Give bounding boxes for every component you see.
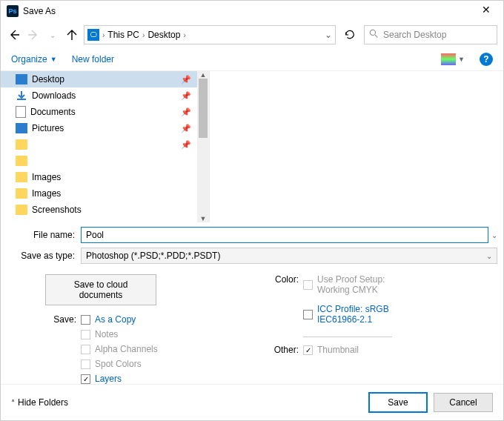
new-folder-button[interactable]: New folder (72, 54, 114, 64)
content-pane[interactable] (209, 71, 503, 222)
save-type-value: Photoshop (*.PSD;*.PDD;*.PSDT) (86, 251, 220, 261)
checkbox-icon (81, 330, 90, 339)
chk-icc[interactable]: ICC Profile: sRGB IEC61966-2.1 (303, 304, 389, 325)
tree-item-label: Pictures (32, 123, 64, 133)
recent-icon[interactable]: ⌄ (45, 27, 60, 42)
footer: ˄ Hide Folders Save Cancel (1, 384, 503, 420)
tree-item-downloads[interactable]: Downloads 📌 (1, 87, 197, 104)
search-input[interactable]: Search Desktop (364, 25, 497, 44)
breadcrumb-leaf[interactable]: Desktop (147, 30, 180, 40)
tree-item-images[interactable]: Images (1, 169, 197, 185)
save-options: Save to cloud documents Save: As a Copy … (1, 268, 503, 384)
search-icon (369, 29, 379, 41)
tree-item[interactable]: 📌 (1, 136, 197, 153)
up-icon[interactable] (64, 27, 79, 42)
tree-item[interactable] (1, 153, 197, 169)
organize-button[interactable]: Organize ▼ (11, 54, 57, 64)
tree-item-label: Downloads (32, 90, 76, 101)
view-button[interactable]: ▼ (441, 53, 465, 65)
tree-item-images[interactable]: Images (1, 185, 197, 202)
tree-item-label: Images (32, 172, 61, 182)
folder-icon (16, 172, 27, 182)
scroll-down-icon[interactable]: ▼ (197, 215, 209, 222)
app-icon: Ps (7, 5, 19, 17)
chevron-right-icon: › (142, 31, 145, 39)
checkbox-icon (81, 315, 90, 325)
save-as-dialog: Ps Save As ✕ ⌄ 🖵 › This PC › Desktop › ⌄ (0, 0, 504, 421)
chevron-down-icon: ▼ (458, 56, 465, 63)
chevron-right-icon: › (183, 31, 185, 39)
tree-item-label: Documents (30, 107, 76, 117)
search-placeholder: Search Desktop (383, 30, 446, 40)
tree-item-screenshots[interactable]: Screenshots (1, 202, 197, 218)
folder-icon (16, 205, 27, 215)
refresh-icon[interactable] (340, 25, 359, 44)
titlebar: Ps Save As ✕ (1, 1, 503, 21)
folder-icon (16, 188, 27, 199)
checkbox-icon (303, 280, 313, 290)
help-icon[interactable]: ? (480, 53, 493, 66)
picture-icon (16, 123, 27, 133)
tree-item-label: Desktop (32, 74, 64, 84)
breadcrumb-root[interactable]: This PC (107, 30, 139, 40)
tree-item-desktop[interactable]: Desktop 📌 (1, 71, 197, 87)
hide-folders-button[interactable]: ˄ Hide Folders (11, 397, 68, 408)
tree-item-pictures[interactable]: Pictures 📌 (1, 120, 197, 136)
main: Desktop 📌 Downloads 📌 Documents 📌 Pictur… (1, 71, 503, 222)
pc-icon: 🖵 (87, 29, 99, 41)
form: File name: ⌄ Save as type: Photoshop (*.… (1, 222, 503, 268)
desktop-icon (16, 74, 27, 84)
folder-icon (16, 139, 27, 150)
breadcrumb[interactable]: 🖵 › This PC › Desktop › ⌄ (84, 25, 336, 44)
navbar: ⌄ 🖵 › This PC › Desktop › ⌄ Search Deskt… (1, 21, 503, 48)
folder-tree[interactable]: Desktop 📌 Downloads 📌 Documents 📌 Pictur… (1, 71, 197, 222)
cancel-button[interactable]: Cancel (434, 393, 493, 412)
back-icon[interactable] (7, 27, 21, 42)
forward-icon (26, 27, 41, 42)
chk-layers[interactable]: ✓ Layers (81, 374, 158, 384)
folder-icon (16, 156, 27, 166)
save-cloud-button[interactable]: Save to cloud documents (45, 274, 156, 305)
checkbox-icon: ✓ (81, 374, 90, 384)
toolbar: Organize ▼ New folder ▼ ? (1, 48, 503, 71)
document-icon (16, 106, 26, 118)
scroll-thumb[interactable] (199, 79, 208, 138)
pin-icon: 📌 (181, 107, 191, 117)
svg-point-0 (370, 30, 375, 35)
file-name-label: File name: (7, 230, 81, 240)
chk-proof: Use Proof Setup: Working CMYK (303, 274, 406, 295)
divider (303, 337, 392, 337)
save-button[interactable]: Save (368, 392, 428, 413)
pin-icon: 📌 (181, 124, 191, 133)
tree-item-documents[interactable]: Documents 📌 (1, 104, 197, 120)
tree-item-label: Images (32, 188, 61, 199)
scroll-up-icon[interactable]: ▲ (197, 71, 209, 79)
checkbox-icon: ✓ (303, 345, 313, 355)
chevron-down-icon: ⌄ (486, 252, 492, 260)
chk-notes: Notes (81, 329, 158, 339)
view-icon (441, 53, 456, 65)
chk-alpha: Alpha Channels (81, 344, 158, 354)
chevron-down-icon[interactable]: ⌄ (325, 30, 332, 40)
other-label: Other: (268, 345, 299, 355)
chk-as-a-copy[interactable]: As a Copy (81, 314, 158, 325)
save-type-select[interactable]: Photoshop (*.PSD;*.PDD;*.PSDT) ⌄ (81, 248, 497, 264)
close-icon[interactable]: ✕ (475, 4, 497, 19)
save-label: Save: (45, 314, 76, 325)
save-type-label: Save as type: (7, 251, 81, 261)
chk-spot: Spot Colors (81, 359, 158, 369)
pin-icon: 📌 (181, 140, 191, 150)
pin-icon: 📌 (181, 91, 191, 101)
checkbox-icon (81, 359, 90, 369)
checkbox-icon (303, 310, 313, 319)
window-title: Save As (23, 6, 56, 16)
chk-thumbnail: ✓ Thumbnail (303, 345, 359, 355)
chevron-down-icon: ▼ (50, 56, 57, 63)
tree-item-label: Screenshots (32, 205, 82, 215)
checkbox-icon (81, 345, 90, 354)
scrollbar[interactable]: ▲ ▼ (197, 71, 209, 222)
file-name-input[interactable] (81, 227, 488, 243)
color-label: Color: (268, 274, 299, 295)
download-icon (16, 90, 27, 101)
chevron-down-icon[interactable]: ⌄ (491, 231, 497, 239)
